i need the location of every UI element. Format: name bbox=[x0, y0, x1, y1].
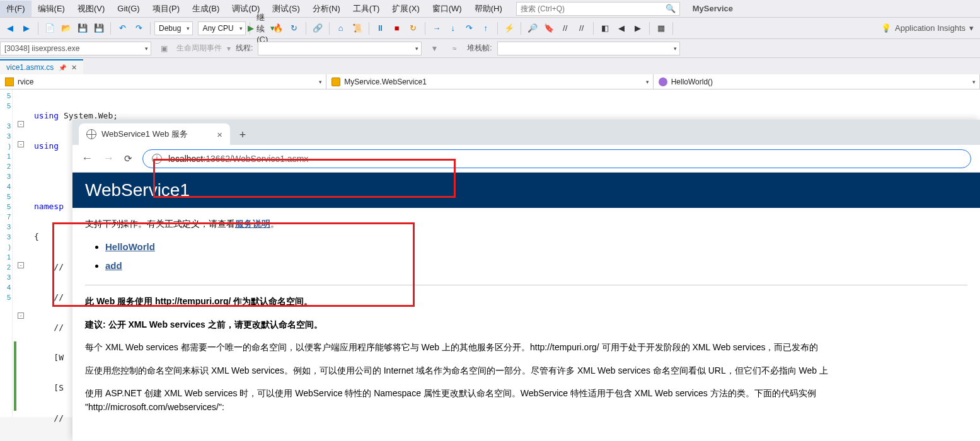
ws-header: WebService1 bbox=[72, 173, 980, 208]
process-combo[interactable]: [30348] iisexpress.exe bbox=[0, 42, 151, 55]
ws-intro: 支持下列操作。有关正式定义，请查看服务说明。 bbox=[85, 217, 967, 231]
op-helloworld-link[interactable]: HelloWorld bbox=[105, 241, 155, 252]
menu-extensions[interactable]: 扩展(X) bbox=[386, 1, 425, 17]
debug-bar: [30348] iisexpress.exe ▣ 生命周期事件▾ 线程: ▼ ≈… bbox=[0, 39, 980, 58]
fold-toggle[interactable]: - bbox=[18, 262, 24, 268]
thread-filter-icon: ≈ bbox=[447, 41, 462, 56]
site-info-icon[interactable]: i bbox=[152, 154, 162, 164]
step-out-button[interactable]: ↑ bbox=[478, 21, 493, 36]
search-input[interactable] bbox=[521, 4, 666, 13]
save-all-button[interactable]: 💾 bbox=[91, 21, 107, 36]
fold-toggle[interactable]: - bbox=[18, 312, 24, 319]
step-over-button[interactable]: ↷ bbox=[462, 21, 477, 36]
menu-window[interactable]: 窗口(W) bbox=[426, 1, 468, 17]
toolbar: ◀ ▶ 📄 📂 💾 💾 ↶ ↷ Debug Any CPU ▶ 继续(C) ▾ … bbox=[0, 18, 980, 39]
restart-button[interactable]: ↻ bbox=[287, 21, 302, 36]
toggle-bookmark-button[interactable]: ◧ bbox=[597, 21, 613, 36]
bulb-icon: 💡 bbox=[881, 23, 891, 33]
bookmark-button[interactable]: 🔖 bbox=[541, 21, 556, 36]
reload-icon[interactable]: ⟳ bbox=[124, 153, 132, 164]
menu-bar: 件(F) 编辑(E) 视图(V) Git(G) 项目(P) 生成(B) 调试(D… bbox=[0, 0, 980, 18]
config-combo[interactable]: Debug bbox=[154, 21, 193, 35]
platform-combo[interactable]: Any CPU bbox=[198, 21, 245, 35]
thread-combo[interactable] bbox=[258, 42, 422, 55]
menu-help[interactable]: 帮助(H) bbox=[468, 1, 509, 17]
menu-test[interactable]: 测试(S) bbox=[266, 1, 306, 17]
menu-analyze[interactable]: 分析(N) bbox=[306, 1, 347, 17]
stackframe-combo[interactable] bbox=[497, 42, 680, 55]
prev-bookmark-button[interactable]: ◀ bbox=[614, 21, 629, 36]
close-icon[interactable]: ✕ bbox=[71, 64, 77, 72]
comment-button[interactable]: // bbox=[558, 21, 573, 36]
app-insights[interactable]: 💡 Application Insights ▾ bbox=[881, 23, 980, 33]
forward-arrow-icon[interactable]: → bbox=[103, 152, 114, 165]
op-add-link[interactable]: add bbox=[105, 260, 122, 271]
break-all-button[interactable]: ⏸ bbox=[373, 21, 388, 36]
script-debug-button[interactable]: 📜 bbox=[350, 21, 365, 36]
lifecycle-icon: ▣ bbox=[156, 41, 171, 56]
class-view-button[interactable]: ▦ bbox=[654, 21, 669, 36]
show-next-stmt-button[interactable]: → bbox=[429, 21, 444, 36]
browser-tab-strip: WebService1 Web 服务 × + bbox=[72, 120, 980, 145]
browser-tab-title: WebService1 Web 服务 bbox=[101, 129, 188, 140]
nav-back-button[interactable]: ◀ bbox=[3, 21, 18, 36]
new-file-button[interactable]: 📄 bbox=[42, 21, 57, 36]
stop-button[interactable]: ■ bbox=[389, 21, 405, 36]
fold-margin: - - - - bbox=[13, 89, 30, 417]
open-button[interactable]: 📂 bbox=[59, 21, 74, 36]
ws-recommend: 建议: 公开 XML Web services 之前，请更改默认命名空间。 bbox=[85, 318, 967, 331]
redo-button[interactable]: ↷ bbox=[131, 21, 146, 36]
lifecycle-label: 生命周期事件 bbox=[176, 43, 222, 54]
new-tab-button[interactable]: + bbox=[234, 126, 251, 144]
url-text: localhost:13662/WebService1.asmx bbox=[168, 154, 308, 164]
ws-body: 支持下列操作。有关正式定义，请查看服务说明。 HelloWorld add 此 … bbox=[72, 208, 980, 432]
fold-toggle[interactable]: - bbox=[18, 141, 24, 147]
line-gutter: 5533)123455733)12345 bbox=[0, 89, 13, 417]
next-bookmark-button[interactable]: ▶ bbox=[630, 21, 645, 36]
nav-fwd-button[interactable]: ▶ bbox=[19, 21, 34, 36]
menu-tools[interactable]: 工具(T) bbox=[347, 1, 386, 17]
back-arrow-icon[interactable]: ← bbox=[81, 152, 93, 165]
menu-view[interactable]: 视图(V) bbox=[71, 1, 111, 17]
ws-explain-2: 应使用您控制的命名空间来标识 XML Web services。例如，可以使用公… bbox=[85, 364, 967, 377]
method-icon bbox=[659, 77, 667, 86]
undo-button[interactable]: ↶ bbox=[115, 21, 130, 36]
menu-git[interactable]: Git(G) bbox=[111, 1, 146, 16]
class-icon bbox=[331, 77, 340, 86]
browser-link-button[interactable]: 🔗 bbox=[310, 21, 325, 36]
menu-edit[interactable]: 编辑(E) bbox=[32, 1, 71, 17]
uncomment-button[interactable]: // bbox=[574, 21, 589, 36]
service-desc-link[interactable]: 服务说明 bbox=[235, 219, 270, 229]
doc-tab-label: vice1.asmx.cs bbox=[6, 63, 54, 72]
restart-debug-button[interactable]: ↻ bbox=[406, 21, 421, 36]
divider bbox=[85, 285, 967, 285]
browser-toolbar: ← → ⟳ i localhost:13662/WebService1.asmx bbox=[72, 145, 980, 173]
menu-project[interactable]: 项目(P) bbox=[146, 1, 186, 17]
menu-build[interactable]: 生成(B) bbox=[186, 1, 226, 17]
pin-icon[interactable]: 📌 bbox=[59, 64, 66, 71]
class-dropdown[interactable]: MyService.WebService1 bbox=[326, 74, 653, 89]
save-button[interactable]: 💾 bbox=[75, 21, 90, 36]
close-tab-icon[interactable]: × bbox=[217, 129, 222, 140]
doc-tab-webservice1[interactable]: vice1.asmx.cs 📌 ✕ bbox=[0, 59, 83, 74]
search-icon: 🔍 bbox=[666, 4, 676, 13]
hot-reload-button[interactable]: 🔥 bbox=[270, 21, 285, 36]
find-button[interactable]: 🔎 bbox=[525, 21, 540, 36]
method-dropdown[interactable]: HelloWorld() bbox=[654, 74, 980, 89]
project-dropdown[interactable]: rvice bbox=[0, 74, 326, 89]
fold-toggle[interactable]: - bbox=[18, 121, 24, 127]
address-bar[interactable]: i localhost:13662/WebService1.asmx bbox=[142, 149, 971, 168]
search-box[interactable]: 🔍 bbox=[516, 2, 680, 16]
step-into-button[interactable]: ↓ bbox=[446, 21, 461, 36]
continue-button[interactable]: ▶ 继续(C) ▾ bbox=[254, 21, 269, 36]
intellitrace-button[interactable]: ⚡ bbox=[502, 21, 517, 36]
ws-namespace-note: 此 Web 服务使用 http://tempuri.org/ 作为默认命名空间。 bbox=[85, 294, 967, 308]
menu-file[interactable]: 件(F) bbox=[0, 1, 32, 17]
browser-select-button[interactable]: ⌂ bbox=[333, 21, 349, 36]
browser-tab[interactable]: WebService1 Web 服务 × bbox=[79, 123, 230, 145]
solution-name: MyService bbox=[693, 4, 733, 13]
stackframe-label: 堆栈帧: bbox=[467, 43, 492, 54]
document-tabs: vice1.asmx.cs 📌 ✕ bbox=[0, 58, 980, 74]
ws-operations-list: HelloWorld add bbox=[85, 239, 967, 273]
ws-explain-1: 每个 XML Web services 都需要一个唯一的命名空间，以便客户端应用… bbox=[85, 340, 967, 354]
